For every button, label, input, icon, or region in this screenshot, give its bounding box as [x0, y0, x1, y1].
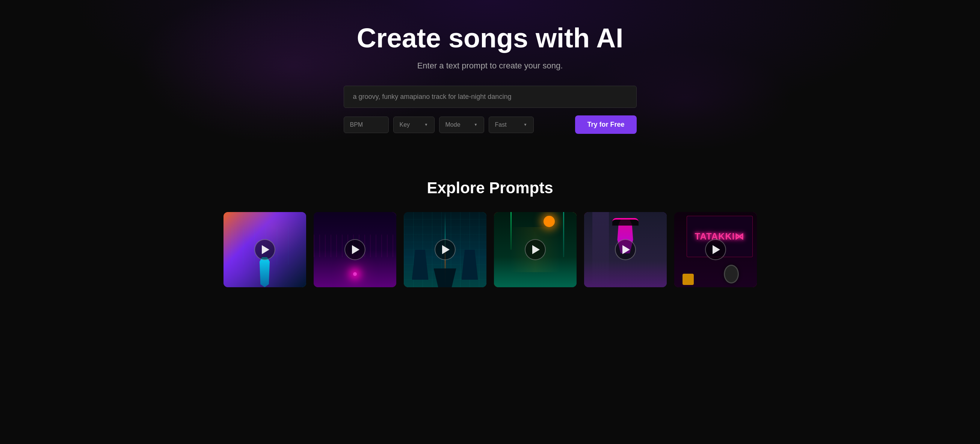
prompt-card-5[interactable] [584, 212, 667, 287]
prompt-card-6[interactable]: TATAKKI⋈ [674, 212, 757, 287]
prompt-input[interactable] [344, 86, 637, 108]
card-4-play-icon [532, 245, 540, 254]
prompt-card-4[interactable] [494, 212, 577, 287]
key-chevron-icon: ▼ [425, 123, 428, 127]
try-for-free-button[interactable]: Try for Free [575, 115, 636, 134]
card-5-play-circle [615, 239, 636, 260]
card-1-play-circle [254, 239, 275, 260]
card-2-play-overlay[interactable] [313, 212, 396, 287]
hero-section: Create songs with AI Enter a text prompt… [0, 0, 980, 164]
bpm-label: BPM [350, 121, 363, 128]
card-1-play-overlay[interactable] [223, 212, 306, 287]
fast-chevron-icon: ▼ [523, 123, 527, 127]
card-6-play-overlay[interactable] [674, 212, 757, 287]
card-3-play-circle [434, 239, 456, 260]
card-4-play-overlay[interactable] [494, 212, 577, 287]
hero-subtitle: Enter a text prompt to create your song. [417, 61, 563, 71]
card-6-play-icon [713, 245, 720, 254]
main-title: Create songs with AI [357, 22, 623, 53]
mode-chevron-icon: ▼ [474, 123, 478, 127]
mode-label: Mode [445, 121, 460, 128]
bpm-select[interactable]: BPM [344, 117, 389, 133]
card-1-play-icon [262, 245, 269, 254]
card-4-play-circle [525, 239, 546, 260]
card-2-play-circle [344, 239, 366, 260]
prompt-card-3[interactable] [404, 212, 487, 287]
card-5-play-overlay[interactable] [584, 212, 667, 287]
prompts-grid: TATAKKI⋈ [208, 212, 772, 291]
fast-select[interactable]: Fast ▼ [489, 117, 534, 133]
key-label: Key [400, 121, 410, 128]
explore-section: Explore Prompts [0, 164, 980, 313]
mode-select[interactable]: Mode ▼ [439, 117, 484, 133]
card-3-play-icon [442, 245, 450, 254]
explore-title: Explore Prompts [427, 179, 553, 197]
controls-row: BPM Key ▼ Mode ▼ Fast ▼ Try for Free [344, 115, 637, 134]
key-select[interactable]: Key ▼ [393, 117, 434, 133]
card-6-play-circle [705, 239, 726, 260]
fast-label: Fast [495, 121, 507, 128]
card-5-play-icon [622, 245, 630, 254]
card-3-play-overlay[interactable] [404, 212, 487, 287]
prompt-card-2[interactable] [313, 212, 396, 287]
prompt-input-container [344, 86, 637, 108]
prompt-card-1[interactable] [223, 212, 306, 287]
card-2-play-icon [352, 245, 360, 254]
